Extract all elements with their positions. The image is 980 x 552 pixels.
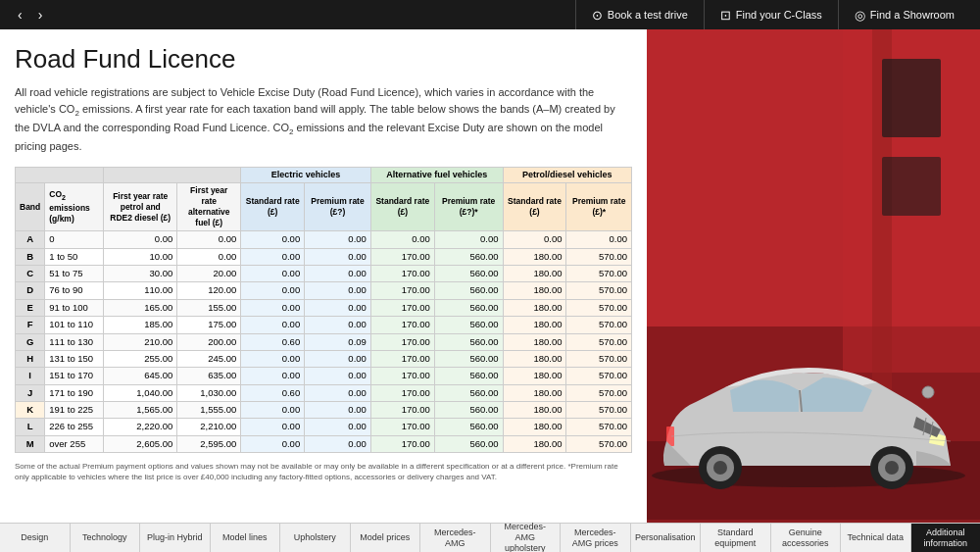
- e-prem-cell: 0.00: [305, 248, 371, 265]
- fy-petrol-cell: 255.00: [104, 350, 177, 367]
- find-c-class-button[interactable]: ⊡ Find your C-Class: [704, 0, 838, 29]
- col-group-altfuel: Alternative fuel vehicles: [370, 167, 503, 183]
- col-group-petrol: Petrol/diesel vehicles: [503, 167, 631, 183]
- bottom-nav-item[interactable]: Mercedes-AMG prices: [561, 524, 631, 552]
- fy-alt-cell: 245.00: [177, 350, 241, 367]
- af-prem-cell: 560.00: [434, 282, 503, 299]
- af-prem-cell: 560.00: [434, 333, 503, 350]
- co2-cell: 171 to 190: [45, 384, 104, 401]
- svg-point-11: [713, 461, 727, 475]
- fy-petrol-cell: 110.00: [104, 282, 177, 299]
- pd-std-cell: 180.00: [503, 317, 566, 333]
- bottom-nav-item[interactable]: Personalisation: [631, 524, 702, 552]
- af-prem-cell: 560.00: [434, 419, 503, 435]
- pd-prem-cell: 570.00: [566, 435, 632, 452]
- fy-alt-cell: 1,030.00: [177, 384, 241, 401]
- bottom-nav-item[interactable]: Model lines: [211, 524, 281, 552]
- book-test-drive-button[interactable]: ⊙ Book a test drive: [575, 0, 704, 29]
- find-showroom-button[interactable]: ◎ Find a Showroom: [838, 0, 970, 29]
- fy-petrol-cell: 185.00: [104, 317, 177, 333]
- af-std-cell: 170.00: [370, 317, 434, 333]
- bottom-nav-item[interactable]: Genuine accessories: [771, 524, 842, 552]
- fy-alt-cell: 1,555.00: [177, 401, 241, 418]
- car-scene: [647, 29, 980, 523]
- e-prem-cell: 0.00: [305, 350, 371, 367]
- af-std-cell: 170.00: [370, 333, 434, 350]
- fy-alt-cell: 2,595.00: [177, 435, 241, 452]
- fy-petrol-cell: 10.00: [104, 248, 177, 265]
- af-prem-cell: 560.00: [434, 384, 503, 401]
- bottom-nav-item[interactable]: Model prices: [351, 524, 421, 552]
- e-std-cell: 0.00: [241, 248, 305, 265]
- band-cell: C: [16, 266, 45, 282]
- fy-alt-cell: 20.00: [177, 266, 241, 282]
- band-cell: K: [16, 401, 45, 418]
- main-content: Road Fund Licence All road vehicle regis…: [0, 29, 980, 523]
- fy-alt-cell: 635.00: [177, 368, 241, 384]
- prev-button[interactable]: ‹: [10, 7, 30, 23]
- page-title: Road Fund Licence: [15, 44, 632, 75]
- pd-prem-cell: 570.00: [566, 333, 632, 350]
- af-prem-cell: 560.00: [434, 401, 503, 418]
- description: All road vehicle registrations are subje…: [15, 84, 632, 154]
- pd-std-cell: 180.00: [503, 401, 566, 418]
- pd-std-cell: 180.00: [503, 419, 566, 435]
- af-std-cell: 170.00: [370, 248, 434, 265]
- bottom-nav-item[interactable]: Technology: [71, 524, 141, 552]
- band-cell: H: [16, 350, 45, 367]
- pd-prem-cell: 570.00: [566, 419, 632, 435]
- af-std-cell: 170.00: [370, 368, 434, 384]
- fy-petrol-cell: 0.00: [104, 231, 177, 248]
- bottom-nav-item[interactable]: Mercedes-AMG upholstery: [491, 524, 562, 552]
- pd-std-cell: 180.00: [503, 384, 566, 401]
- e-prem-cell: 0.00: [305, 401, 371, 418]
- co2-cell: 191 to 225: [45, 401, 104, 418]
- fy-petrol-cell: 2,605.00: [104, 435, 177, 452]
- co2-cell: 0: [45, 231, 104, 248]
- footnote: Some of the actual Premium payment optio…: [15, 461, 632, 482]
- co2-cell: 51 to 75: [45, 266, 104, 282]
- col-group-firstyear: [104, 167, 241, 183]
- table-row: G 111 to 130 210.00 200.00 0.60 0.09 170…: [16, 333, 632, 350]
- e-std-cell: 0.00: [241, 368, 305, 384]
- find-showroom-label: Find a Showroom: [870, 9, 955, 21]
- bottom-nav-item[interactable]: Plug-in Hybrid: [140, 524, 211, 552]
- pd-prem-cell: 570.00: [566, 350, 632, 367]
- af-prem-cell: 560.00: [434, 299, 503, 316]
- bottom-nav-item[interactable]: Upholstery: [280, 524, 351, 552]
- fy-alt-cell: 2,210.00: [177, 419, 241, 435]
- bottom-nav-item[interactable]: Design: [0, 524, 71, 552]
- e-prem-cell: 0.00: [305, 299, 371, 316]
- e-prem-cell: 0.00: [305, 266, 371, 282]
- e-prem-cell: 0.00: [305, 419, 371, 435]
- bottom-nav-item[interactable]: Standard equipment: [701, 524, 771, 552]
- table-row: L 226 to 255 2,220.00 2,210.00 0.00 0.00…: [16, 419, 632, 435]
- book-test-drive-label: Book a test drive: [608, 9, 688, 21]
- pd-prem-cell: 570.00: [566, 266, 632, 282]
- car-background-svg: [647, 29, 980, 523]
- table-row: D 76 to 90 110.00 120.00 0.00 0.00 170.0…: [16, 282, 632, 299]
- fy-alt-cell: 0.00: [177, 231, 241, 248]
- e-prem-cell: 0.09: [305, 333, 371, 350]
- pd-std-cell: 180.00: [503, 248, 566, 265]
- af-std-cell: 0.00: [370, 231, 434, 248]
- co2-cell: 91 to 100: [45, 299, 104, 316]
- fy-petrol-cell: 210.00: [104, 333, 177, 350]
- bottom-nav-item[interactable]: Mercedes-AMG: [420, 524, 491, 552]
- col-header-af-prem: Premium rate (£?)*: [434, 183, 503, 231]
- svg-rect-5: [882, 59, 941, 137]
- svg-rect-6: [882, 157, 941, 216]
- next-button[interactable]: ›: [30, 7, 51, 23]
- bottom-nav-item[interactable]: Additional information: [911, 524, 981, 552]
- fy-petrol-cell: 165.00: [104, 299, 177, 316]
- af-std-cell: 170.00: [370, 350, 434, 367]
- af-std-cell: 170.00: [370, 266, 434, 282]
- pd-prem-cell: 570.00: [566, 384, 632, 401]
- svg-point-7: [652, 464, 965, 487]
- bottom-nav-item[interactable]: Technical data: [841, 524, 911, 552]
- band-cell: E: [16, 299, 45, 316]
- fy-alt-cell: 0.00: [177, 248, 241, 265]
- e-prem-cell: 0.00: [305, 282, 371, 299]
- table-row: B 1 to 50 10.00 0.00 0.00 0.00 170.00 56…: [16, 248, 632, 265]
- car-icon: ⊙: [592, 8, 603, 23]
